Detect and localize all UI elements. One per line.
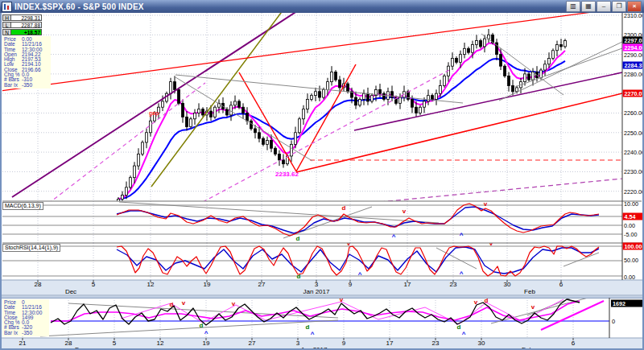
- high-label: H: [2, 14, 10, 21]
- svg-text:0: 0: [612, 318, 615, 325]
- svg-text:^: ^: [392, 233, 396, 241]
- svg-text:d: d: [306, 323, 310, 331]
- svg-text:5: 5: [113, 340, 117, 347]
- high-value: 2298.31: [10, 14, 42, 21]
- svg-text:v: v: [474, 299, 478, 306]
- svg-text:d: d: [170, 301, 174, 308]
- svg-text:12: 12: [157, 340, 164, 347]
- svg-text:v: v: [531, 303, 535, 311]
- svg-text:2220.00: 2220.00: [624, 188, 644, 196]
- svg-text:19: 19: [203, 340, 210, 347]
- svg-text:0.00: 0.00: [624, 274, 635, 281]
- minimize-button[interactable]: –: [597, 1, 611, 12]
- maximize-button[interactable]: ❐: [612, 1, 626, 12]
- high-row: H 2298.31: [2, 14, 42, 21]
- svg-text:0.00: 0.00: [624, 222, 635, 229]
- svg-text:2230.00: 2230.00: [624, 168, 644, 175]
- svg-text:Dec: Dec: [65, 288, 76, 295]
- svg-text:2280.00: 2280.00: [624, 71, 644, 78]
- svg-text:-5.00: -5.00: [624, 231, 637, 238]
- svg-text:21: 21: [19, 340, 27, 347]
- titlebar-tool-button-1[interactable]: ▥: [566, 1, 580, 12]
- svg-text:27: 27: [249, 340, 256, 347]
- svg-text:4.54: 4.54: [625, 213, 636, 220]
- svg-text:^: ^: [358, 271, 362, 278]
- svg-text:100.00: 100.00: [625, 243, 642, 250]
- svg-text:^: ^: [462, 331, 466, 338]
- svg-text:d: d: [342, 204, 346, 212]
- net-value: +18.57: [10, 29, 42, 35]
- data-row: Bar Ix-350: [4, 83, 49, 88]
- svg-text:d: d: [297, 273, 301, 280]
- svg-text:1692: 1692: [613, 300, 625, 307]
- svg-text:2294.00: 2294.00: [625, 44, 644, 51]
- svg-text:2297.03: 2297.03: [625, 37, 644, 44]
- svg-text:2270.07: 2270.07: [625, 90, 644, 97]
- window-border-left: [0, 13, 2, 350]
- svg-text:6: 6: [572, 340, 576, 347]
- svg-text:2284.37: 2284.37: [625, 62, 644, 69]
- data-row: Bar Ix-350: [4, 331, 47, 336]
- svg-text:10.00: 10.00: [624, 200, 638, 208]
- svg-text:d: d: [296, 235, 300, 242]
- svg-text:gap: gap: [149, 110, 159, 117]
- svg-text:17: 17: [386, 340, 394, 347]
- svg-text:9: 9: [342, 340, 346, 347]
- svg-text:d: d: [200, 322, 204, 329]
- svg-text:^: ^: [311, 331, 315, 338]
- net-label: N: [2, 29, 10, 35]
- net-row: N +18.57: [2, 29, 42, 35]
- data-window-main: Price0.00Date11/21/16Time12:30:00Open219…: [2, 36, 51, 89]
- app-chart-icon: [2, 2, 12, 12]
- stochrsi-panel-label: StochRSI(14,14(1),9): [2, 244, 60, 252]
- svg-text:Feb: Feb: [524, 288, 535, 295]
- data-window-bottom: Price0Date11/21/16Time12:30:00Close1499C…: [2, 299, 49, 336]
- close-button[interactable]: ×: [627, 1, 642, 12]
- svg-text:^: ^: [460, 232, 464, 239]
- svg-text:v: v: [402, 208, 407, 215]
- svg-text:23: 23: [432, 340, 440, 347]
- svg-text:2233.62: 2233.62: [275, 171, 299, 178]
- window-title: INDEX.$SPX.60 - S&P 500 INDEX: [14, 2, 144, 11]
- chart-canvas: 2233.62gapddvv^^vvd^^dvvvvdvddd^^^285121…: [0, 0, 644, 350]
- svg-text:v: v: [232, 300, 236, 307]
- titlebar-tool-button-2[interactable]: ▦: [581, 1, 596, 12]
- chart-window: INDEX.$SPX.60 - S&P 500 INDEX ▥ ▦ – ❐ × …: [0, 0, 644, 350]
- svg-text:2290.00: 2290.00: [624, 51, 644, 59]
- svg-text:28: 28: [65, 340, 72, 347]
- svg-text:2250.00: 2250.00: [624, 130, 644, 137]
- svg-text:3: 3: [296, 340, 300, 347]
- svg-text:^: ^: [460, 270, 464, 278]
- macd-panel-label: MACD(6,13,9): [2, 202, 43, 210]
- low-row: L 2287.88: [2, 22, 42, 28]
- svg-text:v: v: [182, 299, 186, 307]
- low-value: 2287.88: [10, 22, 42, 28]
- svg-text:2240.00: 2240.00: [624, 149, 644, 156]
- svg-text:Jan 2017: Jan 2017: [303, 288, 330, 295]
- svg-text:^: ^: [204, 330, 208, 337]
- svg-text:d: d: [457, 323, 461, 331]
- title-bar[interactable]: INDEX.$SPX.60 - S&P 500 INDEX ▥ ▦ – ❐ ×: [0, 0, 644, 13]
- low-label: L: [2, 22, 10, 28]
- svg-text:50.00: 50.00: [624, 257, 638, 264]
- svg-text:2260.00: 2260.00: [624, 109, 644, 117]
- high-low-net-box: H 2298.31 L 2287.88 N +18.57: [2, 14, 42, 36]
- svg-text:30: 30: [478, 340, 485, 347]
